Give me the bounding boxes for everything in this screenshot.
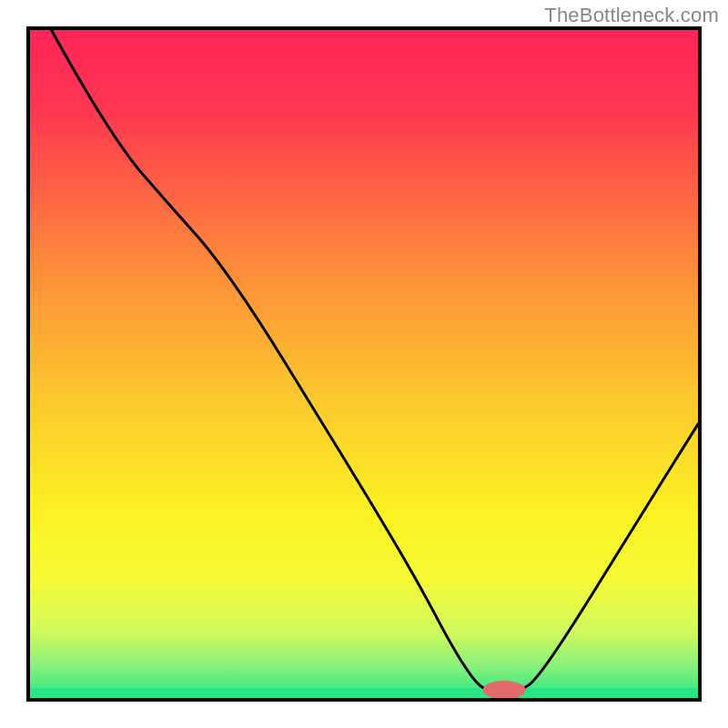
green-baseline-strip xyxy=(30,688,698,698)
watermark-text: TheBottleneck.com xyxy=(544,4,719,27)
chart-frame xyxy=(26,26,702,702)
chart-background xyxy=(30,30,698,698)
chart-svg xyxy=(30,30,698,698)
